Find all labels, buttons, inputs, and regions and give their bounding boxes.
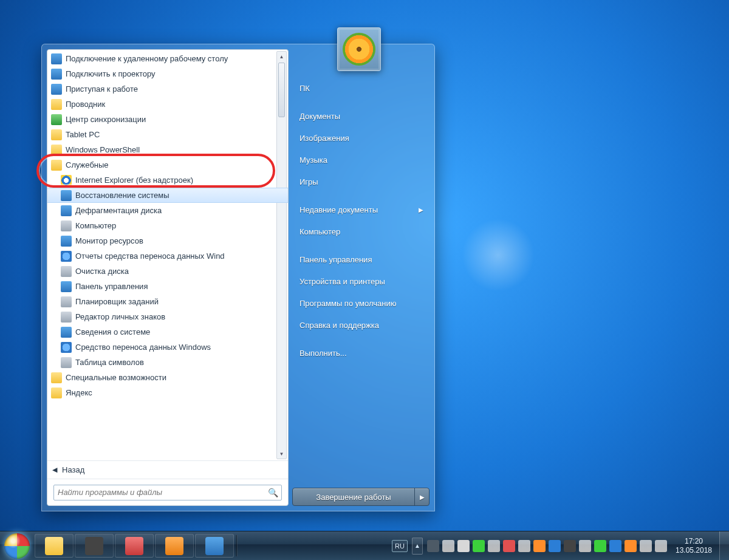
places-spacer — [292, 242, 430, 248]
taskbar-button-opera[interactable] — [115, 534, 154, 558]
program-label: Компьютер — [75, 221, 116, 230]
program-item[interactable]: Отчеты средства переноса данных Wind — [47, 248, 288, 264]
tray-icon[interactable] — [594, 540, 606, 552]
taskbar-button-panda[interactable] — [75, 534, 114, 558]
program-icon — [51, 84, 62, 95]
program-item[interactable]: Средство переноса данных Windows — [47, 340, 288, 355]
tray-icon[interactable] — [427, 540, 439, 552]
program-item[interactable]: Компьютер — [47, 218, 288, 233]
program-icon — [61, 296, 72, 307]
program-icon — [51, 160, 62, 171]
program-item[interactable]: Яндекс — [47, 385, 288, 400]
start-menu: ▲ ▼ Подключение к удаленному рабочему ст… — [41, 44, 435, 511]
tray-icon[interactable] — [473, 540, 485, 552]
program-item[interactable]: Таблица символов — [47, 355, 288, 370]
program-icon — [51, 129, 62, 140]
program-label: Служебные — [66, 160, 109, 169]
tray-icon[interactable] — [640, 540, 652, 552]
tray-icon[interactable] — [533, 540, 546, 552]
places-item[interactable]: Изображения — [292, 127, 430, 149]
tray-icon[interactable] — [442, 540, 454, 552]
search-box[interactable]: 🔍 — [53, 485, 282, 500]
tray-overflow-button[interactable]: ▲ — [412, 538, 423, 555]
program-label: Панель управления — [75, 282, 148, 291]
show-desktop-button[interactable] — [719, 531, 729, 560]
program-icon — [61, 220, 72, 231]
places-item[interactable]: Недавние документы▶ — [292, 199, 430, 220]
program-label: Подключить к проектору — [66, 69, 156, 78]
shutdown-button[interactable]: Завершение работы ▶ — [292, 488, 430, 506]
program-item[interactable]: Сведения о системе — [47, 324, 288, 340]
tray-icon[interactable] — [579, 540, 591, 552]
desktop: ▲ ▼ Подключение к удаленному рабочему ст… — [0, 0, 729, 560]
program-label: Сведения о системе — [75, 327, 150, 336]
tray-icon[interactable] — [655, 540, 667, 552]
program-label: Планировщик заданий — [75, 297, 159, 306]
program-item[interactable]: Планировщик заданий — [47, 294, 288, 309]
clock[interactable]: 17:20 13.05.2018 — [668, 531, 719, 560]
program-label: Центр синхронизации — [66, 115, 146, 124]
program-icon — [61, 327, 72, 338]
start-orb[interactable] — [0, 531, 34, 560]
program-label: Подключение к удаленному рабочему столу — [66, 54, 228, 63]
places-item[interactable]: Панель управления — [292, 248, 430, 270]
program-item[interactable]: Восстановление системы — [47, 188, 288, 203]
tray-icon[interactable] — [518, 540, 530, 552]
places-item[interactable]: Музыка — [292, 149, 430, 171]
places-item[interactable]: Устройства и принтеры — [292, 270, 430, 292]
program-label: Монитор ресурсов — [75, 236, 143, 245]
places-label: ПК — [299, 84, 310, 93]
places-item[interactable]: Программы по умолчанию — [292, 292, 430, 314]
taskbar-button-firefox[interactable] — [155, 534, 194, 558]
program-label: Отчеты средства переноса данных Wind — [75, 251, 225, 261]
flower-avatar-icon — [343, 33, 375, 66]
program-item[interactable]: Редактор личных знаков — [47, 309, 288, 324]
places-item[interactable]: Выполнить... — [292, 342, 430, 364]
places-item[interactable]: ПК — [292, 77, 430, 99]
program-icon — [51, 69, 62, 80]
program-icon — [61, 205, 72, 216]
tray-icon[interactable] — [609, 540, 621, 552]
program-item[interactable]: Windows PowerShell — [47, 142, 288, 157]
program-icon — [51, 53, 62, 64]
language-indicator[interactable]: RU — [392, 540, 408, 552]
program-item[interactable]: Tablet PC — [47, 127, 288, 142]
shutdown-options-arrow-icon[interactable]: ▶ — [414, 488, 429, 505]
places-label: Игры — [299, 177, 318, 186]
scroll-down-icon[interactable]: ▼ — [277, 449, 286, 459]
program-label: Дефрагментация диска — [75, 206, 162, 215]
program-item[interactable]: Подключить к проектору — [47, 66, 288, 81]
program-item[interactable]: Панель управления — [47, 279, 288, 294]
program-item[interactable]: Очистка диска — [47, 264, 288, 279]
program-icon — [51, 114, 62, 125]
program-item[interactable]: Internet Explorer (без надстроек) — [47, 172, 288, 188]
program-item[interactable]: Монитор ресурсов — [47, 233, 288, 248]
program-label: Специальные возможности — [66, 373, 166, 382]
program-icon — [51, 145, 62, 155]
program-item[interactable]: Приступая к работе — [47, 81, 288, 97]
program-item[interactable]: Проводник — [47, 97, 288, 112]
places-item[interactable]: Документы — [292, 105, 430, 127]
places-item[interactable]: Компьютер — [292, 220, 430, 242]
program-item[interactable]: Служебные — [47, 157, 288, 172]
tray-icon[interactable] — [503, 540, 515, 552]
user-picture-frame[interactable] — [337, 27, 381, 71]
program-item[interactable]: Центр синхронизации — [47, 112, 288, 127]
search-input[interactable] — [58, 488, 268, 497]
program-item[interactable]: Подключение к удаленному рабочему столу — [47, 51, 288, 66]
tray-icon[interactable] — [625, 540, 637, 552]
places-item[interactable]: Справка и поддержка — [292, 314, 430, 336]
program-item[interactable]: Специальные возможности — [47, 370, 288, 385]
clock-date: 13.05.2018 — [676, 546, 712, 555]
back-button[interactable]: ◀ Назад — [47, 460, 288, 479]
taskbar-button-explorer[interactable] — [35, 534, 74, 558]
tray-icon[interactable] — [457, 540, 470, 552]
places-item[interactable]: Игры — [292, 171, 430, 193]
taskbar-button-skype[interactable] — [195, 534, 234, 558]
tray-icon[interactable] — [564, 540, 576, 552]
tray-icon[interactable] — [549, 540, 561, 552]
program-item[interactable]: Дефрагментация диска — [47, 203, 288, 218]
tray-icon[interactable] — [488, 540, 500, 552]
places-label: Выполнить... — [299, 349, 347, 358]
start-menu-places-panel: ПКДокументыИзображенияМузыкаИгрыНедавние… — [292, 49, 430, 506]
